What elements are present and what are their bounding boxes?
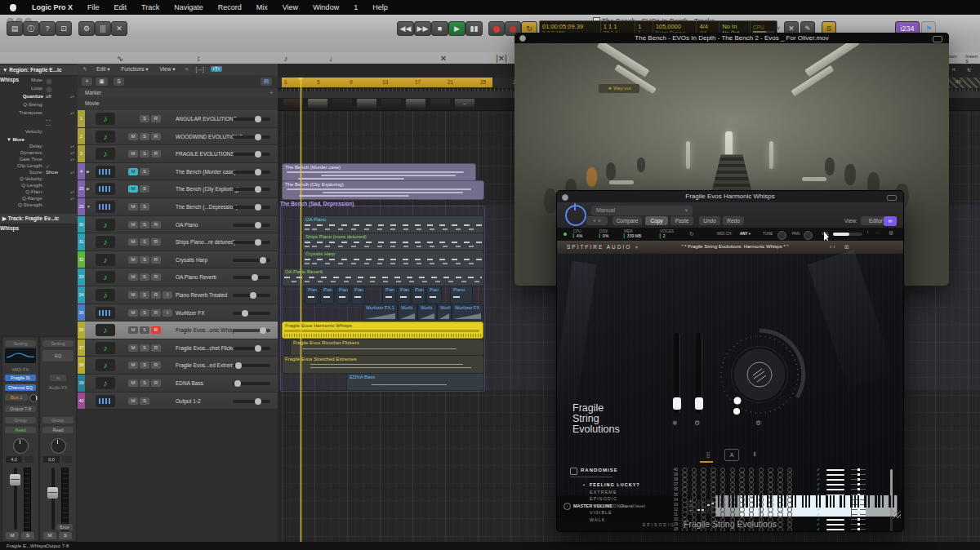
stepper-icon[interactable]: ▴▾ [70, 94, 74, 99]
grid-cell[interactable] [787, 527, 793, 532]
slider-knob[interactable] [255, 169, 261, 175]
black-key[interactable] [893, 495, 894, 508]
slider-knob[interactable] [234, 380, 241, 387]
mixer-button[interactable]: ||| [95, 21, 111, 36]
black-key[interactable] [784, 495, 786, 508]
apple-icon[interactable] [10, 4, 16, 11]
preset-episodic[interactable]: EPISODIC [590, 496, 617, 501]
solo-button[interactable]: S [140, 379, 149, 387]
menu-record[interactable]: Record [211, 3, 249, 11]
row-volume-slider[interactable] [826, 524, 844, 526]
track-name[interactable]: Fragile Evos...ed Extremes [176, 362, 239, 368]
inspector-row-q-swing[interactable]: Q-Swing: [0, 102, 78, 109]
black-key[interactable] [864, 495, 866, 508]
black-key[interactable] [816, 495, 817, 508]
inspector-value[interactable]: Show [46, 170, 58, 175]
record-enable-button[interactable]: R [151, 291, 161, 299]
eq-thumbnail[interactable] [5, 348, 36, 363]
paste-button[interactable]: Paste [670, 216, 693, 225]
solo-button[interactable]: S [140, 150, 149, 157]
fx-enable-check[interactable]: ✓ [817, 481, 820, 486]
grid-cell[interactable] [768, 512, 773, 517]
region[interactable]: Wurlit [417, 304, 437, 322]
eq-slot[interactable]: EQ [42, 350, 74, 361]
play-button[interactable]: ▶ [448, 21, 466, 36]
track-name[interactable]: OA Piano [176, 222, 198, 228]
mute-button[interactable]: M [128, 150, 138, 157]
track-name[interactable]: The Bench (Murder case) [176, 169, 236, 175]
tune-knob[interactable] [777, 231, 786, 240]
back-icon[interactable]: ↰ [82, 66, 87, 72]
refresh-icon[interactable]: ↻ [967, 67, 971, 73]
slider-knob[interactable] [255, 204, 261, 211]
mute-button[interactable]: M [128, 133, 138, 140]
pause-button[interactable]: ▮▮ [466, 21, 483, 36]
menu-mix[interactable]: Mix [249, 3, 275, 11]
patch-name[interactable]: " * Fragile String Evolutions: Harmonic … [644, 242, 826, 251]
setting-button[interactable]: Setting [42, 340, 74, 347]
slider-knob[interactable] [255, 398, 261, 405]
track-name[interactable]: OA Piano Reverb [176, 274, 216, 280]
lcd-dropdown-icon[interactable]: ∨ [777, 24, 780, 30]
movie-thumbnail[interactable] [332, 99, 352, 109]
more-options-icon[interactable]: ⋯ [875, 231, 880, 235]
movie-thumbnail[interactable] [357, 99, 376, 109]
row-pan-slider[interactable] [851, 469, 866, 470]
row-volume-slider[interactable] [826, 479, 844, 481]
slider-b[interactable] [696, 333, 702, 413]
input-monitor-button[interactable]: I [163, 291, 172, 299]
region[interactable]: Fragile Evos Stretched Extremes [282, 355, 484, 374]
grid-cell[interactable] [720, 512, 726, 517]
mute-button[interactable]: M [128, 361, 138, 369]
forward-button[interactable]: ▶▶ [414, 21, 431, 36]
track-volume-slider[interactable] [233, 188, 270, 191]
main-dial[interactable] [710, 326, 808, 424]
track-row-34[interactable]: 34♪MSRIPiano Reverb Treated [78, 286, 278, 304]
track-row-29[interactable]: 29▼MSThe Bench (...Depression) [78, 198, 278, 216]
black-key[interactable] [808, 495, 810, 508]
track-volume-slider[interactable] [233, 276, 270, 279]
solo-button[interactable]: S [140, 309, 149, 317]
black-key[interactable] [889, 495, 890, 508]
solo-button[interactable]: S [140, 115, 149, 122]
region[interactable]: Wurlit [398, 304, 417, 322]
add-marker-icon[interactable]: + [270, 88, 273, 97]
solo-button[interactable]: S [140, 361, 149, 369]
compare-button[interactable]: Compare [612, 216, 642, 225]
pitch-wheel[interactable] [697, 499, 700, 514]
automation-mode[interactable]: Read [5, 427, 36, 433]
track-volume-slider[interactable] [233, 206, 270, 209]
grid-cell[interactable] [730, 512, 736, 517]
mute-button[interactable]: M [128, 326, 138, 334]
track-volume-slider[interactable] [233, 118, 270, 121]
slider-knob[interactable] [255, 222, 261, 228]
track-volume-slider[interactable] [233, 135, 270, 139]
track-volume-slider[interactable] [233, 382, 270, 385]
inspector-value[interactable]: off [46, 94, 51, 99]
group-slot[interactable]: Group [42, 417, 74, 424]
grid-cell[interactable] [720, 527, 726, 532]
region[interactable]: Wurli [437, 304, 452, 322]
track-stack-panel-button[interactable]: ▤ [261, 78, 272, 86]
mute-button[interactable]: M [128, 379, 138, 387]
solo-button[interactable]: S [140, 133, 149, 140]
black-key[interactable] [721, 495, 723, 508]
fader-handle[interactable] [47, 487, 58, 499]
grid-cell[interactable] [682, 512, 688, 517]
movie-thumbnail[interactable] [381, 99, 401, 109]
black-key[interactable] [777, 495, 779, 508]
grid-cell[interactable] [710, 512, 716, 517]
close-icon[interactable] [519, 35, 526, 42]
movie-thumbnail[interactable] [406, 99, 425, 109]
quick-help-button[interactable]: ? [39, 21, 56, 36]
edit-menu[interactable]: Edit ▾ [96, 66, 109, 72]
grid-cell[interactable] [692, 512, 697, 517]
track-row-36[interactable]: 36♪MSRFragile Evos...onic Whisps [78, 322, 278, 339]
slider-knob[interactable] [255, 134, 261, 140]
mute-button[interactable]: M [128, 221, 138, 228]
slider-knob[interactable] [255, 186, 261, 193]
track-volume-slider[interactable] [233, 171, 270, 174]
stepper-icon[interactable]: ▴▾ [70, 170, 74, 175]
slider-knob[interactable] [260, 327, 266, 334]
record-enable-button[interactable]: R [151, 344, 161, 352]
